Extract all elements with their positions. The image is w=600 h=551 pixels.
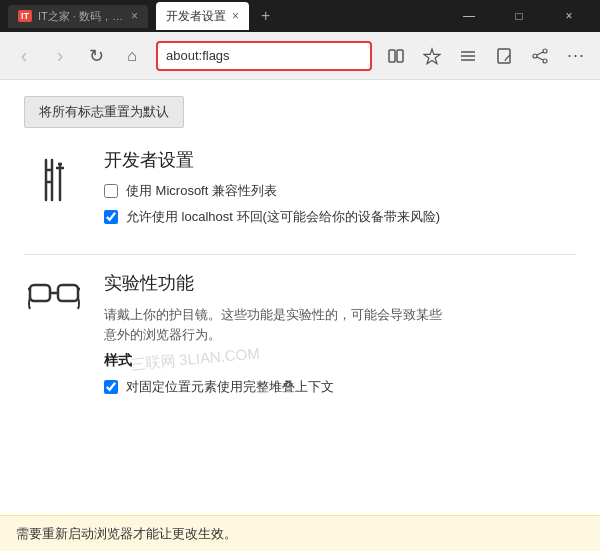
tab-inactive-label: IT之家 · 数码，科技，生活	[38, 9, 125, 24]
maximize-button[interactable]: □	[496, 0, 542, 32]
developer-title: 开发者设置	[104, 148, 576, 172]
tab-inactive-icon: IT	[18, 10, 32, 22]
tab-inactive-close[interactable]: ×	[131, 9, 138, 23]
titlebar: IT IT之家 · 数码，科技，生活 × 开发者设置 × + — □ ×	[0, 0, 600, 32]
reading-view-button[interactable]	[380, 40, 412, 72]
checkbox-localhost-row: 允许使用 localhost 环回(这可能会给你的设备带来风险)	[104, 208, 576, 226]
developer-icon	[24, 148, 84, 234]
experimental-section: 实验性功能 请戴上你的护目镜。这些功能是实验性的，可能会导致某些 意外的浏览器行…	[24, 271, 576, 404]
address-text: about:flags	[166, 48, 230, 63]
experimental-body: 实验性功能 请戴上你的护目镜。这些功能是实验性的，可能会导致某些 意外的浏览器行…	[104, 271, 576, 404]
address-bar[interactable]: about:flags	[156, 41, 372, 71]
svg-rect-1	[397, 50, 403, 62]
notes-button[interactable]	[488, 40, 520, 72]
share-button[interactable]	[524, 40, 556, 72]
checkbox-stacking-label[interactable]: 对固定位置元素使用完整堆叠上下文	[126, 378, 334, 396]
reset-flags-button[interactable]: 将所有标志重置为默认	[24, 96, 184, 128]
tab-active[interactable]: 开发者设置 ×	[156, 2, 249, 30]
tab-active-close[interactable]: ×	[232, 9, 239, 23]
forward-button[interactable]: ›	[44, 40, 76, 72]
svg-rect-20	[30, 285, 50, 301]
svg-line-11	[537, 52, 543, 55]
experimental-desc: 请戴上你的护目镜。这些功能是实验性的，可能会导致某些 意外的浏览器行为。	[104, 305, 576, 344]
nav-right-icons: ···	[380, 40, 592, 72]
developer-section: 开发者设置 使用 Microsoft 兼容性列表 允许使用 localhost …	[24, 148, 576, 234]
svg-rect-21	[58, 285, 78, 301]
checkbox-localhost[interactable]	[104, 210, 118, 224]
tab-add-button[interactable]: +	[261, 7, 270, 25]
svg-point-8	[543, 49, 547, 53]
checkbox-stacking-row: 对固定位置元素使用完整堆叠上下文	[104, 378, 576, 396]
style-subsection-title: 样式	[104, 352, 576, 370]
svg-line-12	[537, 57, 543, 60]
favorites-button[interactable]	[416, 40, 448, 72]
statusbar: 需要重新启动浏览器才能让更改生效。	[0, 515, 600, 551]
experimental-title: 实验性功能	[104, 271, 576, 295]
checkbox-localhost-label[interactable]: 允许使用 localhost 环回(这可能会给你的设备带来风险)	[126, 208, 440, 226]
hub-button[interactable]	[452, 40, 484, 72]
statusbar-text: 需要重新启动浏览器才能让更改生效。	[16, 525, 237, 543]
back-button[interactable]: ‹	[8, 40, 40, 72]
svg-rect-0	[389, 50, 395, 62]
goggles-icon	[24, 271, 84, 404]
tab-inactive[interactable]: IT IT之家 · 数码，科技，生活 ×	[8, 5, 148, 28]
checkbox-compat-row: 使用 Microsoft 兼容性列表	[104, 182, 576, 200]
checkbox-compat-label[interactable]: 使用 Microsoft 兼容性列表	[126, 182, 277, 200]
main-content: 将所有标志重置为默认 开发者设置 使用 Microsoft 兼容性列表	[0, 80, 600, 515]
section-divider	[24, 254, 576, 255]
svg-line-7	[505, 59, 506, 61]
window-controls: — □ ×	[446, 0, 592, 32]
tab-active-label: 开发者设置	[166, 8, 226, 25]
svg-point-10	[533, 54, 537, 58]
minimize-button[interactable]: —	[446, 0, 492, 32]
more-button[interactable]: ···	[560, 40, 592, 72]
checkbox-compat[interactable]	[104, 184, 118, 198]
svg-point-9	[543, 59, 547, 63]
developer-body: 开发者设置 使用 Microsoft 兼容性列表 允许使用 localhost …	[104, 148, 576, 234]
checkbox-stacking[interactable]	[104, 380, 118, 394]
home-button[interactable]: ⌂	[116, 40, 148, 72]
close-button[interactable]: ×	[546, 0, 592, 32]
refresh-button[interactable]: ↻	[80, 40, 112, 72]
navbar: ‹ › ↻ ⌂ about:flags	[0, 32, 600, 80]
